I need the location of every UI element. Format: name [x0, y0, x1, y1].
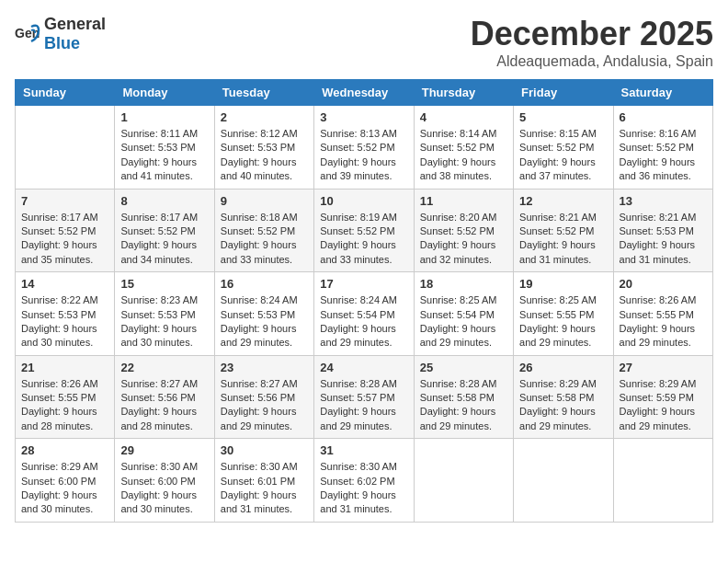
day-number: 15: [120, 277, 208, 291]
calendar-cell: [514, 439, 613, 523]
day-number: 4: [420, 110, 507, 124]
day-number: 17: [320, 277, 407, 291]
calendar-cell: 3Sunrise: 8:13 AM Sunset: 5:52 PM Daylig…: [314, 106, 414, 190]
day-number: 31: [320, 443, 407, 457]
calendar-cell: 25Sunrise: 8:28 AM Sunset: 5:58 PM Dayli…: [414, 355, 513, 439]
day-info: Sunrise: 8:17 AM Sunset: 5:52 PM Dayligh…: [120, 211, 208, 268]
calendar-cell: 28Sunrise: 8:29 AM Sunset: 6:00 PM Dayli…: [16, 439, 115, 523]
calendar-cell: 9Sunrise: 8:18 AM Sunset: 5:52 PM Daylig…: [214, 189, 313, 272]
day-number: 29: [120, 443, 208, 457]
calendar-cell: 10Sunrise: 8:19 AM Sunset: 5:52 PM Dayli…: [314, 189, 414, 272]
day-info: Sunrise: 8:18 AM Sunset: 5:52 PM Dayligh…: [221, 211, 308, 268]
day-info: Sunrise: 8:27 AM Sunset: 5:56 PM Dayligh…: [221, 377, 308, 434]
calendar-cell: 18Sunrise: 8:25 AM Sunset: 5:54 PM Dayli…: [414, 272, 513, 356]
day-info: Sunrise: 8:12 AM Sunset: 5:53 PM Dayligh…: [221, 127, 308, 184]
calendar-cell: 20Sunrise: 8:26 AM Sunset: 5:55 PM Dayli…: [613, 272, 712, 356]
calendar-cell: [414, 439, 513, 523]
day-info: Sunrise: 8:14 AM Sunset: 5:52 PM Dayligh…: [420, 127, 507, 184]
day-number: 2: [221, 110, 308, 124]
logo-icon: Gen: [15, 21, 40, 47]
day-number: 30: [221, 443, 308, 457]
day-number: 1: [120, 110, 208, 124]
day-number: 27: [620, 361, 707, 374]
calendar-cell: [16, 106, 115, 190]
day-number: 14: [21, 277, 108, 291]
calendar-week-1: 1Sunrise: 8:11 AM Sunset: 5:53 PM Daylig…: [16, 106, 713, 190]
day-number: 11: [420, 194, 507, 208]
calendar-cell: 5Sunrise: 8:15 AM Sunset: 5:52 PM Daylig…: [514, 106, 613, 190]
calendar-cell: 22Sunrise: 8:27 AM Sunset: 5:56 PM Dayli…: [115, 355, 214, 439]
day-info: Sunrise: 8:21 AM Sunset: 5:52 PM Dayligh…: [519, 211, 607, 268]
calendar-cell: 16Sunrise: 8:24 AM Sunset: 5:53 PM Dayli…: [214, 272, 313, 356]
calendar-cell: 19Sunrise: 8:25 AM Sunset: 5:55 PM Dayli…: [514, 272, 613, 356]
page-header: Gen General Blue December 2025 Aldeaquem…: [15, 15, 713, 70]
day-info: Sunrise: 8:26 AM Sunset: 5:55 PM Dayligh…: [21, 377, 108, 434]
day-info: Sunrise: 8:26 AM Sunset: 5:55 PM Dayligh…: [620, 293, 707, 350]
day-number: 22: [120, 361, 208, 374]
day-info: Sunrise: 8:28 AM Sunset: 5:58 PM Dayligh…: [420, 377, 507, 434]
calendar-cell: 8Sunrise: 8:17 AM Sunset: 5:52 PM Daylig…: [115, 189, 214, 272]
calendar-week-3: 14Sunrise: 8:22 AM Sunset: 5:53 PM Dayli…: [16, 272, 713, 356]
calendar-cell: 14Sunrise: 8:22 AM Sunset: 5:53 PM Dayli…: [16, 272, 115, 356]
day-number: 7: [21, 194, 108, 208]
calendar-cell: 26Sunrise: 8:29 AM Sunset: 5:58 PM Dayli…: [514, 355, 613, 439]
day-number: 24: [320, 361, 407, 374]
location-subtitle: Aldeaquemada, Andalusia, Spain: [471, 53, 713, 70]
day-number: 19: [519, 277, 607, 291]
day-info: Sunrise: 8:13 AM Sunset: 5:52 PM Dayligh…: [320, 127, 407, 184]
weekday-header-wednesday: Wednesday: [314, 80, 414, 106]
calendar-week-2: 7Sunrise: 8:17 AM Sunset: 5:52 PM Daylig…: [16, 189, 713, 272]
weekday-header-tuesday: Tuesday: [214, 80, 313, 106]
calendar-cell: 13Sunrise: 8:21 AM Sunset: 5:53 PM Dayli…: [613, 189, 712, 272]
calendar-cell: 4Sunrise: 8:14 AM Sunset: 5:52 PM Daylig…: [414, 106, 513, 190]
day-number: 8: [120, 194, 208, 208]
calendar-cell: 23Sunrise: 8:27 AM Sunset: 5:56 PM Dayli…: [214, 355, 313, 439]
day-info: Sunrise: 8:21 AM Sunset: 5:53 PM Dayligh…: [620, 211, 707, 268]
day-number: 9: [221, 194, 308, 208]
day-number: 23: [221, 361, 308, 374]
day-info: Sunrise: 8:22 AM Sunset: 5:53 PM Dayligh…: [21, 293, 108, 350]
calendar-table: SundayMondayTuesdayWednesdayThursdayFrid…: [15, 79, 713, 523]
day-number: 10: [320, 194, 407, 208]
day-number: 25: [420, 361, 507, 374]
weekday-header-monday: Monday: [115, 80, 214, 106]
month-title: December 2025: [471, 15, 713, 53]
logo: Gen General Blue: [15, 15, 106, 53]
weekday-header-row: SundayMondayTuesdayWednesdayThursdayFrid…: [16, 80, 713, 106]
day-number: 28: [21, 443, 108, 457]
logo-text-blue: Blue: [44, 34, 80, 52]
calendar-cell: 21Sunrise: 8:26 AM Sunset: 5:55 PM Dayli…: [16, 355, 115, 439]
calendar-cell: 27Sunrise: 8:29 AM Sunset: 5:59 PM Dayli…: [613, 355, 712, 439]
calendar-cell: 15Sunrise: 8:23 AM Sunset: 5:53 PM Dayli…: [115, 272, 214, 356]
day-info: Sunrise: 8:20 AM Sunset: 5:52 PM Dayligh…: [420, 211, 507, 268]
calendar-cell: [613, 439, 712, 523]
calendar-cell: 1Sunrise: 8:11 AM Sunset: 5:53 PM Daylig…: [115, 106, 214, 190]
day-info: Sunrise: 8:30 AM Sunset: 6:00 PM Dayligh…: [120, 460, 208, 517]
day-number: 3: [320, 110, 407, 124]
day-number: 16: [221, 277, 308, 291]
calendar-cell: 24Sunrise: 8:28 AM Sunset: 5:57 PM Dayli…: [314, 355, 414, 439]
day-info: Sunrise: 8:17 AM Sunset: 5:52 PM Dayligh…: [21, 211, 108, 268]
day-info: Sunrise: 8:15 AM Sunset: 5:52 PM Dayligh…: [519, 127, 607, 184]
day-info: Sunrise: 8:27 AM Sunset: 5:56 PM Dayligh…: [120, 377, 208, 434]
day-number: 18: [420, 277, 507, 291]
weekday-header-thursday: Thursday: [414, 80, 513, 106]
day-info: Sunrise: 8:25 AM Sunset: 5:54 PM Dayligh…: [420, 293, 507, 350]
day-info: Sunrise: 8:24 AM Sunset: 5:54 PM Dayligh…: [320, 293, 407, 350]
calendar-cell: 12Sunrise: 8:21 AM Sunset: 5:52 PM Dayli…: [514, 189, 613, 272]
title-block: December 2025 Aldeaquemada, Andalusia, S…: [471, 15, 713, 70]
weekday-header-friday: Friday: [514, 80, 613, 106]
day-info: Sunrise: 8:24 AM Sunset: 5:53 PM Dayligh…: [221, 293, 308, 350]
day-info: Sunrise: 8:29 AM Sunset: 6:00 PM Dayligh…: [21, 460, 108, 517]
calendar-cell: 17Sunrise: 8:24 AM Sunset: 5:54 PM Dayli…: [314, 272, 414, 356]
weekday-header-saturday: Saturday: [613, 80, 712, 106]
day-number: 13: [620, 194, 707, 208]
day-number: 21: [21, 361, 108, 374]
day-number: 26: [519, 361, 607, 374]
day-info: Sunrise: 8:19 AM Sunset: 5:52 PM Dayligh…: [320, 211, 407, 268]
day-info: Sunrise: 8:30 AM Sunset: 6:02 PM Dayligh…: [320, 460, 407, 517]
calendar-week-5: 28Sunrise: 8:29 AM Sunset: 6:00 PM Dayli…: [16, 439, 713, 523]
day-info: Sunrise: 8:30 AM Sunset: 6:01 PM Dayligh…: [221, 460, 308, 517]
calendar-cell: 30Sunrise: 8:30 AM Sunset: 6:01 PM Dayli…: [214, 439, 313, 523]
calendar-cell: 6Sunrise: 8:16 AM Sunset: 5:52 PM Daylig…: [613, 106, 712, 190]
